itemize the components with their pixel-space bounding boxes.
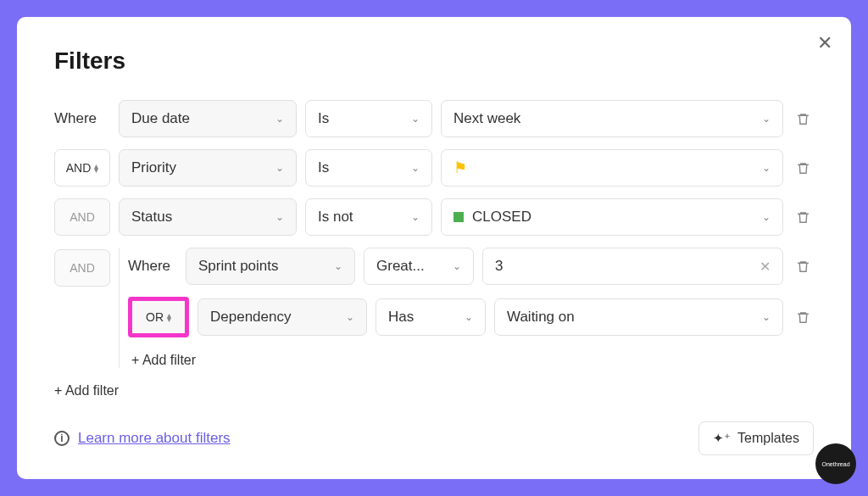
value-text: Waiting on xyxy=(507,309,575,326)
add-filter-label: + Add filter xyxy=(54,383,119,398)
filter-row: AND ▴▾ Priority ⌄ Is ⌄ ⚑ ⌄ xyxy=(54,149,814,187)
condition-select[interactable]: Is not ⌄ xyxy=(305,198,432,236)
value-select[interactable]: Waiting on ⌄ xyxy=(494,298,783,336)
filters-modal: ✕ Filters Where Due date ⌄ Is ⌄ Next wee… xyxy=(17,17,851,479)
condition-value: Is xyxy=(318,159,329,176)
delete-icon[interactable] xyxy=(792,210,814,225)
chevron-down-icon: ⌄ xyxy=(465,311,473,323)
sparkle-icon: ✦⁺ xyxy=(713,431,731,446)
chevron-down-icon: ⌄ xyxy=(762,162,771,174)
value-input[interactable]: 3 ✕ xyxy=(482,248,783,285)
where-label: Where xyxy=(128,258,177,275)
clear-icon[interactable]: ✕ xyxy=(760,259,771,275)
value-select[interactable]: CLOSED ⌄ xyxy=(441,198,783,236)
filter-row: AND Status ⌄ Is not ⌄ CLOSED ⌄ xyxy=(54,198,814,236)
templates-label: Templates xyxy=(737,431,799,446)
condition-select[interactable]: Is ⌄ xyxy=(305,149,432,187)
value-select[interactable]: ⚑ ⌄ xyxy=(441,149,783,187)
where-label: Where xyxy=(54,110,110,127)
close-icon[interactable]: ✕ xyxy=(817,34,832,53)
chevron-down-icon: ⌄ xyxy=(275,113,284,125)
value-select[interactable]: Next week ⌄ xyxy=(441,100,783,137)
nested-filter-group: AND Where Sprint points ⌄ Great... ⌄ 3 xyxy=(54,248,814,368)
chevron-down-icon: ⌄ xyxy=(762,113,771,125)
operator-value: OR xyxy=(146,310,164,324)
chevron-down-icon: ⌄ xyxy=(762,311,771,323)
flag-icon: ⚑ xyxy=(453,159,467,177)
add-filter-button[interactable]: + Add filter xyxy=(131,353,814,368)
operator-value: AND xyxy=(70,210,95,224)
field-select[interactable]: Priority ⌄ xyxy=(119,149,297,187)
field-value: Dependency xyxy=(210,309,291,326)
sort-icon: ▴▾ xyxy=(167,313,171,321)
learn-more-text[interactable]: Learn more about filters xyxy=(78,430,231,447)
field-select[interactable]: Sprint points ⌄ xyxy=(186,248,355,285)
learn-more-link[interactable]: i Learn more about filters xyxy=(54,430,231,447)
brand-text: Onethread xyxy=(821,461,849,467)
highlighted-operator: OR ▴▾ xyxy=(128,297,189,337)
condition-value: Great... xyxy=(376,258,425,275)
operator-value: AND xyxy=(66,161,92,175)
condition-select[interactable]: Is ⌄ xyxy=(305,100,432,137)
delete-icon[interactable] xyxy=(792,112,814,126)
field-value: Status xyxy=(131,209,172,226)
operator-select: AND xyxy=(54,249,110,287)
value-text: CLOSED xyxy=(472,209,531,226)
filter-row: Where Sprint points ⌄ Great... ⌄ 3 ✕ xyxy=(128,248,814,285)
chevron-down-icon: ⌄ xyxy=(411,211,420,223)
condition-select[interactable]: Great... ⌄ xyxy=(364,248,474,285)
page-title: Filters xyxy=(54,47,814,75)
info-icon: i xyxy=(54,431,70,446)
field-value: Priority xyxy=(131,159,176,176)
condition-value: Is xyxy=(318,110,329,127)
operator-select[interactable]: OR ▴▾ xyxy=(132,301,185,333)
operator-value: AND xyxy=(70,261,95,275)
add-filter-button[interactable]: + Add filter xyxy=(54,383,814,398)
chevron-down-icon: ⌄ xyxy=(453,260,461,272)
filter-row: OR ▴▾ Dependency ⌄ Has ⌄ Waiting on xyxy=(128,297,814,337)
chevron-down-icon: ⌄ xyxy=(275,211,284,223)
field-select[interactable]: Status ⌄ xyxy=(119,198,297,236)
condition-value: Has xyxy=(388,309,414,326)
sort-icon: ▴▾ xyxy=(94,164,98,172)
chevron-down-icon: ⌄ xyxy=(411,162,420,174)
field-select[interactable]: Dependency ⌄ xyxy=(198,298,367,336)
operator-select: AND xyxy=(54,198,110,236)
brand-badge: Onethread xyxy=(815,443,856,484)
filter-rows: Where Due date ⌄ Is ⌄ Next week ⌄ AND ▴▾ xyxy=(54,100,814,398)
field-select[interactable]: Due date ⌄ xyxy=(119,100,297,137)
chevron-down-icon: ⌄ xyxy=(411,113,420,125)
nested-rows: Where Sprint points ⌄ Great... ⌄ 3 ✕ xyxy=(119,248,814,368)
delete-icon[interactable] xyxy=(792,161,814,176)
chevron-down-icon: ⌄ xyxy=(762,211,771,223)
condition-value: Is not xyxy=(318,209,353,226)
field-value: Due date xyxy=(131,110,190,127)
value-text: 3 xyxy=(495,258,503,275)
filter-row: Where Due date ⌄ Is ⌄ Next week ⌄ xyxy=(54,100,814,137)
delete-icon[interactable] xyxy=(792,310,814,325)
footer: i Learn more about filters ✦⁺ Templates xyxy=(54,421,814,455)
status-square-icon xyxy=(453,212,464,222)
chevron-down-icon: ⌄ xyxy=(346,311,354,323)
chevron-down-icon: ⌄ xyxy=(334,260,342,272)
field-value: Sprint points xyxy=(198,258,279,275)
add-filter-label: + Add filter xyxy=(131,353,196,368)
operator-select[interactable]: AND ▴▾ xyxy=(54,149,110,187)
chevron-down-icon: ⌄ xyxy=(275,162,284,174)
value-text: Next week xyxy=(453,110,520,127)
templates-button[interactable]: ✦⁺ Templates xyxy=(698,421,814,455)
delete-icon[interactable] xyxy=(792,259,814,274)
condition-select[interactable]: Has ⌄ xyxy=(376,298,486,336)
